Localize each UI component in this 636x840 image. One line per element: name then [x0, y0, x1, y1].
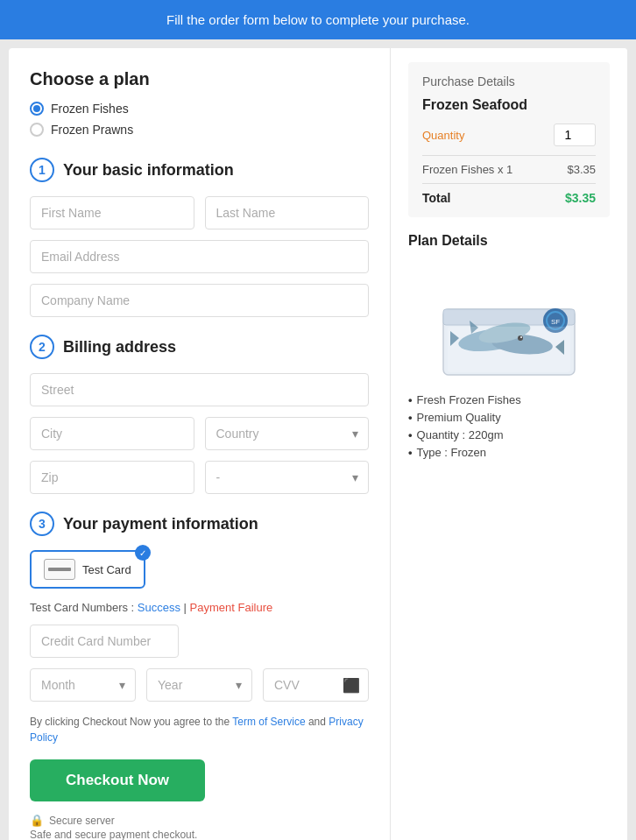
street-group	[30, 373, 369, 406]
safe-text-row: Safe and secure payment checkout.	[30, 829, 369, 840]
company-row	[30, 284, 369, 317]
email-row	[30, 240, 369, 273]
test-card-prefix: Test Card Numbers :	[30, 601, 138, 614]
plan-details-section: Plan Details	[408, 233, 610, 459]
country-select[interactable]: Country United States United Kingdom Can…	[205, 417, 370, 450]
last-name-group	[205, 196, 370, 229]
plan-details-title: Plan Details	[408, 233, 610, 249]
feature-3: • Quantity : 220gm	[408, 428, 610, 441]
step2-circle: 2	[30, 335, 54, 359]
step1-circle: 1	[30, 158, 54, 182]
safe-text: Safe and secure payment checkout.	[30, 829, 197, 840]
line-item-price: $3.35	[567, 163, 596, 176]
first-name-input[interactable]	[30, 196, 194, 229]
top-banner: Fill the order form below to complete yo…	[0, 0, 636, 39]
step1-heading: 1 Your basic information	[30, 158, 369, 182]
email-input[interactable]	[30, 240, 369, 273]
secure-server-row: 🔒 Secure server	[30, 814, 369, 827]
card-label: Test Card	[82, 563, 131, 576]
line-item-label: Frozen Fishes x 1	[422, 163, 512, 176]
zip-input[interactable]	[30, 461, 194, 494]
total-price: $3.35	[565, 191, 596, 205]
total-row: Total $3.35	[422, 191, 596, 205]
month-select[interactable]: Month JanuaryFebruaryMarch AprilMayJune …	[30, 668, 136, 702]
expiry-cvv-row: Month JanuaryFebruaryMarch AprilMayJune …	[30, 668, 369, 702]
name-row	[30, 196, 369, 229]
tos-link[interactable]: Term of Service	[232, 716, 305, 728]
city-country-row: Country United States United Kingdom Can…	[30, 417, 369, 450]
feature-1: • Fresh Frozen Fishes	[408, 393, 610, 406]
email-group	[30, 240, 369, 273]
secure-server-text: Secure server	[49, 815, 115, 827]
cc-number-row	[30, 625, 369, 658]
lock-icon: 🔒	[30, 814, 44, 827]
banner-text: Fill the order form below to complete yo…	[166, 12, 470, 27]
year-wrapper: Year 202420252026 2027202820292030	[146, 668, 252, 702]
card-selected-badge: ✓	[135, 545, 151, 561]
zip-state-row: - State 1 State 2	[30, 461, 369, 494]
last-name-input[interactable]	[205, 196, 370, 229]
card-icon	[44, 559, 75, 580]
plan-label-frozen-fishes: Frozen Fishes	[51, 102, 129, 116]
svg-text:SF: SF	[551, 318, 560, 326]
cvv-card-icon: ⬛	[343, 677, 360, 694]
country-wrapper: Country United States United Kingdom Can…	[205, 417, 370, 450]
step3-heading: 3 Your payment information	[30, 512, 369, 536]
cc-number-input[interactable]	[30, 625, 179, 658]
company-input[interactable]	[30, 284, 369, 317]
right-panel: Purchase Details Frozen Seafood Quantity…	[391, 48, 627, 840]
state-select[interactable]: - State 1 State 2	[205, 461, 370, 494]
cc-number-group	[30, 625, 369, 658]
company-group	[30, 284, 369, 317]
card-option[interactable]: Test Card ✓	[30, 550, 145, 589]
feature-4: • Type : Frozen	[408, 446, 610, 459]
secure-info: 🔒 Secure server Safe and secure payment …	[30, 814, 369, 840]
city-group	[30, 417, 194, 450]
quantity-label: Quantity	[422, 129, 464, 142]
card-icon-stripe	[48, 568, 71, 571]
purchase-details-box: Purchase Details Frozen Seafood Quantity…	[408, 62, 610, 217]
svg-rect-13	[448, 327, 570, 372]
state-wrapper: - State 1 State 2	[205, 461, 370, 494]
radio-frozen-fishes[interactable]	[30, 102, 44, 116]
line-item-row: Frozen Fishes x 1 $3.35	[422, 163, 596, 176]
tos-text: By clicking Checkout Now you agree to th…	[30, 714, 369, 745]
test-card-info: Test Card Numbers : Success | Payment Fa…	[30, 601, 369, 614]
failure-link[interactable]: Payment Failure	[190, 601, 273, 614]
separator: |	[180, 601, 190, 614]
step2-title: Billing address	[63, 338, 176, 356]
quantity-input[interactable]	[554, 124, 596, 146]
zip-group	[30, 461, 194, 494]
product-features: • Fresh Frozen Fishes • Premium Quality …	[408, 393, 610, 459]
radio-frozen-prawns[interactable]	[30, 123, 44, 137]
feature-2: • Premium Quality	[408, 411, 610, 424]
step3-title: Your payment information	[63, 515, 258, 533]
success-link[interactable]: Success	[138, 601, 180, 614]
quantity-row: Quantity	[422, 124, 596, 146]
first-name-group	[30, 196, 194, 229]
choose-plan-title: Choose a plan	[30, 69, 369, 89]
month-wrapper: Month JanuaryFebruaryMarch AprilMayJune …	[30, 668, 136, 702]
plan-option-frozen-prawns[interactable]: Frozen Prawns	[30, 123, 369, 137]
checkout-button[interactable]: Checkout Now	[30, 759, 205, 801]
step2-heading: 2 Billing address	[30, 335, 369, 359]
purchase-details-title: Purchase Details	[422, 74, 596, 88]
left-panel: Choose a plan Frozen Fishes Frozen Prawn…	[9, 48, 391, 840]
fish-box-image: SF	[426, 261, 592, 379]
year-select[interactable]: Year 202420252026 2027202820292030	[146, 668, 252, 702]
product-name: Frozen Seafood	[422, 97, 596, 113]
plan-option-frozen-fishes[interactable]: Frozen Fishes	[30, 102, 369, 116]
step1-title: Your basic information	[63, 161, 234, 180]
city-input[interactable]	[30, 417, 194, 450]
cvv-wrapper: ⬛	[263, 668, 369, 702]
step3-circle: 3	[30, 512, 54, 536]
plan-options: Frozen Fishes Frozen Prawns	[30, 102, 369, 137]
total-label: Total	[422, 191, 450, 205]
street-input[interactable]	[30, 373, 369, 406]
plan-label-frozen-prawns: Frozen Prawns	[51, 123, 133, 137]
street-row	[30, 373, 369, 406]
